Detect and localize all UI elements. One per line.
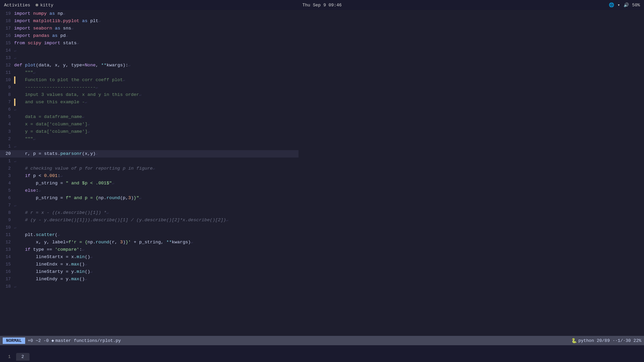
code-line-17: 17 import seaborn as sns↵ (0, 25, 299, 32)
code-line-12-bottom: 12 x, y, label=f'r = {np.round(r, 3)}' +… (0, 239, 299, 246)
code-line-17-bottom: 17 lineEndy = y.max()↵ (0, 276, 299, 283)
git-branch-label: master (55, 338, 71, 343)
terminal-tab-1[interactable]: 1 (3, 353, 16, 361)
terminal-tabs: 1 2 (0, 353, 32, 361)
code-line-4: 4 x = data['column_name']↵ (0, 121, 299, 128)
code-line-7: 7 and use this example -↵ (0, 99, 299, 106)
status-right: 🐍 python 20/89 ··1/·30 22% (571, 338, 641, 344)
code-line-20-current: 20 r, p = stats.pearsonr(x,y)↵ (0, 150, 299, 158)
filepath-label: functions/rplot.py (74, 338, 571, 343)
code-line-2-bottom: 2 # checking value of p for reporting p … (0, 165, 299, 172)
code-line-19: 19 import numpy as np↵ (0, 10, 299, 17)
code-line-15-bottom: 15 lineEndx = x.max()↵ (0, 261, 299, 268)
code-line-16: 16 import pandas as pd↵ (0, 32, 299, 40)
code-line-14-bottom: 14 lineStartx = x.min()↵ (0, 253, 299, 261)
code-line-13-bottom: 13 if type == 'compare':↵ (0, 246, 299, 253)
code-line-9: 9 --------------------------↵ (0, 84, 299, 91)
kitty-tab[interactable]: kitty (36, 3, 53, 8)
code-line-18: 18 import matplotlib.pyplot as plt↵ (0, 17, 299, 25)
code-line-9-bottom: 9 # (y - y.describe()[1])).describe()[1]… (0, 217, 299, 224)
code-line-5: 5 data = dataframe_name↵ (0, 113, 299, 121)
code-line-11-bottom: 11 plt.scatter(↵ (0, 231, 299, 239)
code-line-6: 6 ↵ (0, 106, 299, 113)
kitty-dot-icon (36, 4, 38, 6)
code-line-1-bottom: 1 ↵ (0, 158, 299, 165)
code-line-4-bottom: 4 p_string = " and $p < .001$"↵ (0, 180, 299, 187)
app-name-label: kitty (40, 3, 53, 8)
git-modified-indicator (14, 76, 15, 84)
code-line-10-bottom: 10 ↵ (0, 224, 299, 231)
diamond-icon: ◆ (51, 338, 54, 343)
statusbar: NORMAL +0 ~2 -0 ◆ master functions/rplot… (0, 336, 644, 345)
code-line-1-top: 1 ↵ (0, 143, 299, 150)
code-line-11: 11 """↵ (0, 69, 299, 76)
code-line-14: 14 ↵ (0, 47, 299, 54)
code-line-7-bottom: 7 ↵ (0, 202, 299, 209)
sound-icon: 🔊 (624, 2, 629, 8)
code-line-2: 2 """↵ (0, 135, 299, 143)
battery-label: 50% (632, 3, 640, 8)
code-line-15: 15 from scipy import stats↵ (0, 40, 299, 47)
code-lines: 19 import numpy as np↵ 18 import matplot… (0, 10, 299, 336)
wifi-icon: ▾ (618, 2, 620, 8)
topbar-left: Activities kitty (4, 3, 53, 8)
code-line-16-bottom: 16 lineStarty = y.min()↵ (0, 268, 299, 276)
language-label: 🐍 python (571, 338, 594, 344)
network-icon: 🌐 (609, 2, 614, 8)
code-line-3: 3 y = data['column_name']↵ (0, 128, 299, 135)
editor-container: 19 import numpy as np↵ 18 import matplot… (0, 10, 644, 336)
code-line-3-bottom: 3 if p < 0.001:↵ (0, 172, 299, 180)
scroll-position-label: ··1/·30 (612, 338, 631, 343)
git-status-label: +0 ~2 -0 (28, 338, 49, 343)
right-pane (299, 10, 644, 336)
scroll-percent-label: 22% (634, 338, 641, 343)
code-line-8-bottom: 8 # r = x - ((x.describe()[1]) *↵ (0, 209, 299, 217)
terminal-tab-2[interactable]: 2 (16, 353, 30, 361)
python-icon: 🐍 (571, 338, 577, 344)
code-line-6-bottom: 6 p_string = f" and p = {np.round(p,3)}"… (0, 194, 299, 202)
code-line-5-bottom: 5 else:↵ (0, 187, 299, 194)
code-line-13: 13 ↵ (0, 54, 299, 62)
code-line-18-bottom: 18 ↵ (0, 283, 299, 290)
topbar-right: 🌐 ▾ 🔊 50% (609, 2, 640, 8)
code-area[interactable]: 19 import numpy as np↵ 18 import matplot… (0, 10, 299, 336)
code-line-10: 10 Function to plot the corr coeff plot↵ (0, 76, 299, 84)
activities-label[interactable]: Activities (4, 3, 30, 8)
code-line-8: 8 input 3 values data, x and y in this o… (0, 91, 299, 99)
git-modified-indicator-7 (14, 99, 15, 106)
language-name: python (578, 338, 594, 343)
line-position-label: 20/89 (597, 338, 610, 343)
vim-mode-label: NORMAL (3, 338, 25, 344)
topbar: Activities kitty Thu Sep 9 09:46 🌐 ▾ 🔊 5… (0, 0, 644, 10)
datetime-label: Thu Sep 9 09:46 (302, 3, 341, 8)
code-line-12: 12 def plot(data, x, y, type=None, **kwa… (0, 62, 299, 69)
terminal-area: 1 2 (0, 345, 644, 362)
